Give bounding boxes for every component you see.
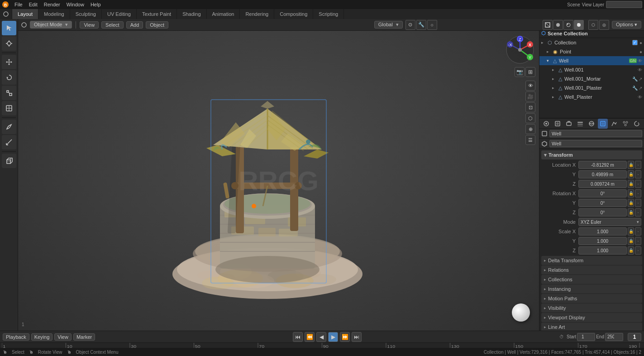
location-x-field[interactable]: -0.81292 m (578, 161, 627, 169)
scale-z-anim[interactable]: · (635, 246, 641, 255)
menu-edit[interactable]: Edit (26, 1, 40, 8)
location-y-anim[interactable]: · (635, 170, 641, 178)
tool-annotate[interactable] (2, 120, 16, 134)
props-physics-icon-btn[interactable] (632, 119, 642, 129)
tool-rotate[interactable] (2, 70, 16, 85)
tab-sculpting[interactable]: Sculpting (70, 9, 102, 19)
mode-dropdown[interactable]: Object Mode ▾ (30, 21, 72, 29)
rotation-mode-dropdown[interactable]: XYZ Euler ▾ (578, 218, 641, 226)
grid-toggle-btn[interactable]: ⊞ (525, 67, 535, 77)
outliner-item-collection[interactable]: ▸ ⬡ Collection ✓ ● (539, 38, 644, 47)
start-frame-input[interactable] (577, 333, 595, 341)
camera-view-btn[interactable]: 📷 (515, 67, 525, 77)
tab-shading[interactable]: Shading (177, 9, 206, 19)
outliner-item-point[interactable]: ▸ ◉ Point ● (539, 47, 644, 56)
tab-texture-paint[interactable]: Texture Paint (137, 9, 177, 19)
motion-paths-section[interactable]: ▸ Motion Paths (541, 294, 642, 303)
xray-toggle[interactable]: ◎ (599, 20, 609, 30)
menu-file[interactable]: File (12, 1, 25, 8)
scale-x-field[interactable]: 1.000 (578, 227, 627, 236)
outliner-item-well001-plaster[interactable]: ▸ △ Well.001_Plaster 🔧 ↗ (539, 83, 644, 92)
pivot-point-btn[interactable]: ⊙ (405, 20, 415, 30)
scale-y-anim[interactable]: · (635, 237, 641, 245)
tool-move[interactable] (2, 55, 16, 69)
props-modifier-icon-btn[interactable] (609, 119, 619, 129)
menu-help[interactable]: Help (88, 1, 104, 8)
delta-transform-section[interactable]: ▸ Delta Transform (541, 256, 642, 265)
current-frame-display[interactable]: 1 (628, 333, 641, 341)
instancing-section[interactable]: ▸ Instancing (541, 284, 642, 293)
location-x-anim[interactable]: · (635, 161, 641, 169)
props-object-icon-btn[interactable] (598, 119, 608, 129)
timeline-view-menu[interactable]: View (54, 333, 72, 341)
options-btn[interactable]: Options ▾ (612, 21, 641, 29)
object-name-input[interactable] (549, 130, 642, 137)
scale-y-field[interactable]: 1.000 (578, 237, 627, 245)
material-preview-btn[interactable] (563, 20, 573, 30)
tool-transform[interactable] (2, 101, 16, 115)
location-z-field[interactable]: 0.009724 m (578, 180, 627, 188)
next-frame-btn[interactable]: ⏩ (340, 332, 350, 342)
tool-cursor[interactable] (2, 36, 16, 51)
viewport-icon-3[interactable]: ⊡ (525, 102, 535, 112)
tab-layout[interactable]: Layout (12, 9, 38, 19)
props-scene-icon-btn[interactable] (541, 119, 551, 129)
props-output-icon-btn[interactable] (564, 119, 574, 129)
rotation-x-lock[interactable]: 🔒 (628, 189, 634, 197)
props-view-icon-btn[interactable] (575, 119, 585, 129)
menu-window[interactable]: Window (64, 1, 87, 8)
tab-scripting[interactable]: Scripting (313, 9, 344, 19)
props-render-icon-btn[interactable] (553, 119, 563, 129)
scale-z-field[interactable]: 1.000 (578, 246, 627, 255)
tool-measure[interactable] (2, 135, 16, 149)
playback-menu[interactable]: Playback (3, 333, 29, 341)
viewport-icon-6[interactable]: ☰ (525, 135, 535, 145)
overlay-toggle[interactable]: ⬡ (588, 20, 598, 30)
wireframe-btn[interactable] (543, 20, 553, 30)
outliner-item-well[interactable]: ▾ △ Well GN 👁 (539, 56, 644, 65)
rotation-x-anim[interactable]: · (635, 189, 641, 197)
rotation-y-anim[interactable]: · (635, 199, 641, 207)
tab-rendering[interactable]: Rendering (240, 9, 274, 19)
outliner-item-well001-mortar[interactable]: ▸ △ Well.001_Mortar 🔧 ↗ (539, 74, 644, 83)
location-y-field[interactable]: 0.49899 m (578, 170, 627, 178)
rotation-x-field[interactable]: 0° (578, 189, 627, 197)
location-z-lock[interactable]: 🔒 (628, 180, 634, 188)
view-menu[interactable]: View (80, 21, 99, 29)
tool-add-cube[interactable] (2, 154, 16, 168)
viewport-display-section[interactable]: ▸ Viewport Display (541, 313, 642, 322)
viewport-icon-5[interactable]: ⊕ (525, 124, 535, 134)
props-world-icon-btn[interactable] (587, 119, 596, 129)
props-particles-icon-btn[interactable] (620, 119, 630, 129)
tab-uv-editing[interactable]: UV Editing (102, 9, 137, 19)
collections-section[interactable]: ▸ Collections (541, 275, 642, 284)
end-frame-input[interactable] (605, 333, 623, 341)
outliner-item-well001[interactable]: ▸ △ Well.001 👁 (539, 65, 644, 74)
tab-modeling[interactable]: Modeling (38, 9, 70, 19)
viewport-icon-4[interactable]: ⬡ (525, 113, 535, 123)
menu-render[interactable]: Render (41, 1, 63, 8)
location-z-anim[interactable]: · (635, 180, 641, 188)
relations-section[interactable]: ▸ Relations (541, 265, 642, 274)
tool-scale[interactable] (2, 86, 16, 100)
location-x-lock[interactable]: 🔒 (628, 161, 634, 169)
transform-space-dropdown[interactable]: Global ▾ (374, 21, 403, 29)
tool-select[interactable] (2, 21, 16, 35)
location-y-lock[interactable]: 🔒 (628, 170, 634, 178)
search-field[interactable] (606, 1, 642, 8)
navigation-gizmo[interactable]: X -X Y Z (505, 34, 535, 65)
viewport-3d[interactable]: RRCG (18, 31, 539, 331)
transform-section-header[interactable]: ▾ Transform (541, 150, 642, 159)
scale-x-lock[interactable]: 🔒 (628, 227, 634, 236)
scale-z-lock[interactable]: 🔒 (628, 246, 634, 255)
rotation-z-anim[interactable]: · (635, 208, 641, 216)
viewport-canvas[interactable]: RRCG (18, 31, 539, 331)
marker-menu[interactable]: Marker (73, 333, 95, 341)
viewport-icon-1[interactable]: 👁 (525, 81, 535, 91)
viewport-icon-2[interactable]: 🎥 (525, 91, 535, 101)
snap-btn[interactable]: 🔧 (416, 20, 426, 30)
tab-compositing[interactable]: Compositing (274, 9, 313, 19)
collection-vis-checkbox[interactable]: ✓ (632, 40, 638, 45)
skip-to-end-btn[interactable]: ⏭ (352, 332, 362, 342)
object-menu[interactable]: Object (146, 21, 168, 29)
